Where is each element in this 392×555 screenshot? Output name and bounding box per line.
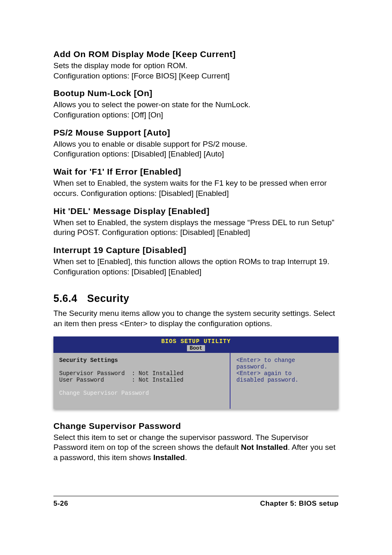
setting-title-numlock: Bootup Num-Lock [On] bbox=[53, 88, 339, 98]
setting-body-numlock: Allows you to select the power-on state … bbox=[53, 100, 339, 120]
bios-screenshot: BIOS SETUP UTILITY Boot Security Setting… bbox=[53, 336, 339, 409]
text-fragment: . bbox=[185, 453, 187, 462]
manual-page: Add On ROM Display Mode [Keep Current] S… bbox=[0, 0, 392, 524]
bold-installed: Installed bbox=[153, 453, 185, 462]
bios-help-line: disabled password. bbox=[236, 377, 333, 383]
bios-help-line: <Enter> to change bbox=[236, 357, 333, 364]
bios-header: BIOS SETUP UTILITY bbox=[53, 336, 339, 345]
footer-page-number: 5-26 bbox=[53, 500, 68, 508]
setting-body-int19: When set to [Enabled], this function all… bbox=[53, 257, 339, 277]
bios-row-user: User Password : Not Installed bbox=[59, 377, 224, 383]
subsection-intro: The Security menu items allow you to cha… bbox=[53, 309, 339, 329]
bold-not-installed: Not Installed bbox=[241, 443, 288, 451]
setting-body-change-supervisor: Select this item to set or change the su… bbox=[53, 433, 339, 463]
bios-right-pane: <Enter> to change password. <Enter> agai… bbox=[230, 353, 339, 409]
setting-title-wait-f1: Wait for 'F1' If Error [Enabled] bbox=[53, 167, 339, 177]
bios-tabbar: Boot bbox=[53, 345, 339, 353]
bios-row-supervisor: Supervisor Password : Not Installed bbox=[59, 370, 224, 377]
footer-chapter: Chapter 5: BIOS setup bbox=[260, 500, 339, 508]
subsection-heading: 5.6.4Security bbox=[53, 292, 339, 304]
bios-left-title: Security Settings bbox=[59, 357, 224, 364]
setting-body-hit-del: When set to Enabled, the system displays… bbox=[53, 218, 339, 238]
bios-left-pane: Security Settings Supervisor Password : … bbox=[53, 353, 230, 409]
setting-title-int19: Interrupt 19 Capture [Disabled] bbox=[53, 245, 339, 255]
setting-body-addon-rom: Sets the display mode for option ROM. Co… bbox=[53, 61, 339, 81]
bios-tab-boot: Boot bbox=[187, 345, 205, 351]
bios-selected-item: Change Supervisor Password bbox=[59, 390, 224, 396]
subsection-number: 5.6.4 bbox=[53, 292, 77, 304]
setting-title-change-supervisor: Change Supervisor Password bbox=[53, 421, 339, 431]
setting-body-wait-f1: When set to Enabled, the system waits fo… bbox=[53, 178, 339, 198]
bios-help-line: password. bbox=[236, 364, 333, 370]
setting-title-addon-rom: Add On ROM Display Mode [Keep Current] bbox=[53, 49, 339, 59]
setting-title-hit-del: Hit 'DEL' Message Display [Enabled] bbox=[53, 206, 339, 216]
page-footer: 5-26 Chapter 5: BIOS setup bbox=[53, 496, 339, 508]
setting-body-ps2: Allows you to enable or disable support … bbox=[53, 139, 339, 159]
subsection-title: Security bbox=[87, 292, 129, 304]
bios-help-line: <Enter> again to bbox=[236, 370, 333, 377]
setting-title-ps2: PS/2 Mouse Support [Auto] bbox=[53, 128, 339, 138]
bios-panel: BIOS SETUP UTILITY Boot Security Setting… bbox=[53, 336, 339, 409]
